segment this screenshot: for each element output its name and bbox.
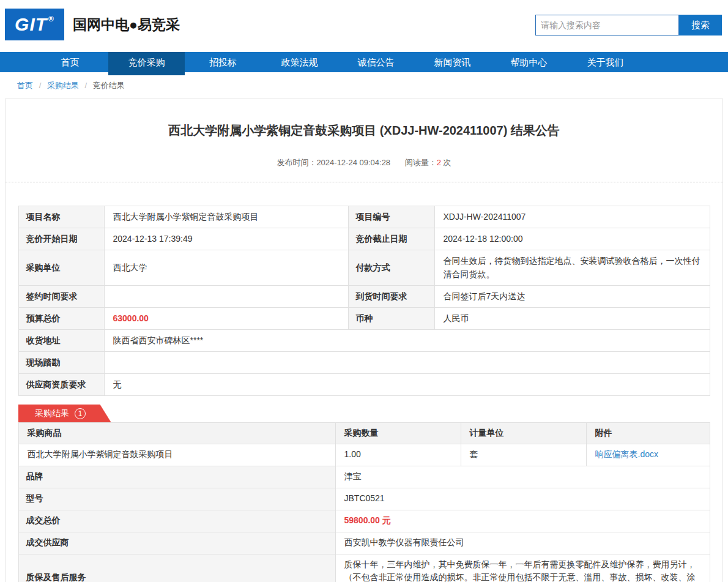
field-value: 人民币	[434, 308, 710, 330]
nav-item-bidding-procurement[interactable]: 竞价采购	[108, 52, 185, 75]
project-info-table: 项目名称 西北大学附属小学紫铜定音鼓采购项目 项目编号 XDJJ-HW-2024…	[18, 206, 710, 396]
table-row: 竞价开始日期 2024-12-13 17:39:49 竞价截止日期 2024-1…	[18, 228, 710, 250]
column-header: 附件	[586, 423, 710, 444]
field-value: 2024-12-13 17:39:49	[104, 228, 348, 250]
views-label: 阅读量：	[405, 158, 437, 167]
column-header: 计量单位	[461, 423, 586, 444]
search-button[interactable]: 搜索	[679, 15, 722, 35]
publish-time-label: 发布时间：	[277, 158, 316, 167]
table-row: 项目名称 西北大学附属小学紫铜定音鼓采购项目 项目编号 XDJJ-HW-2024…	[18, 206, 710, 228]
publish-info: 发布时间：2024-12-24 09:04:28 阅读量：2 次	[6, 157, 722, 168]
badge-number-icon: 1	[75, 408, 86, 419]
publish-time-value: 2024-12-24 09:04:28	[316, 158, 390, 167]
field-label: 收货地址	[18, 330, 104, 352]
attachment-link[interactable]: 响应偏离表.docx	[595, 449, 658, 459]
field-label: 竞价截止日期	[348, 228, 434, 250]
field-value: 陕西省西安市碑林区****	[104, 330, 710, 352]
field-value: 西安凯中教学仪器有限责任公司	[335, 532, 710, 554]
views-count: 2	[437, 158, 441, 167]
breadcrumb-separator: /	[39, 81, 42, 90]
result-badge: 采购结果 1	[18, 405, 111, 422]
field-label: 质保及售后服务	[18, 554, 335, 582]
attachment-cell: 响应偏离表.docx	[586, 444, 710, 466]
field-value: XDJJ-HW-202411007	[434, 206, 710, 228]
registered-mark-icon: ®	[48, 15, 54, 23]
field-label: 现场踏勘	[18, 352, 104, 374]
table-row: 采购单位 西北大学 付款方式 合同生效后，待货物到达指定地点、安装调试验收合格后…	[18, 250, 710, 286]
table-row: 预算总价 63000.00 币种 人民币	[18, 308, 710, 330]
breadcrumb: 首页 / 采购结果 / 竞价结果	[17, 80, 728, 91]
field-label: 型号	[18, 488, 335, 510]
table-row: 品牌 津宝	[18, 466, 710, 488]
search-input[interactable]	[535, 15, 679, 35]
field-label: 采购单位	[18, 250, 104, 286]
result-badge-row: 采购结果 1	[18, 405, 710, 422]
page-title: 西北大学附属小学紫铜定音鼓采购项目 (XDJJ-HW-202411007) 结果…	[6, 122, 722, 139]
table-row: 质保及售后服务 质保十年，三年内维护，其中免费质保一年，一年后有需更换零配件及维…	[18, 554, 710, 582]
main-nav: 首页 竞价采购 招投标 政策法规 诚信公告 新闻资讯 帮助中心 关于我们	[0, 52, 728, 72]
field-label: 签约时间要求	[18, 286, 104, 308]
brand: GIT® 国网中电●易竞采	[5, 9, 180, 40]
field-label: 付款方式	[348, 250, 434, 286]
breadcrumb-procurement-results[interactable]: 采购结果	[47, 81, 79, 90]
field-value: 质保十年，三年内维护，其中免费质保一年，一年后有需更换零配件及维护保养，费用另计…	[335, 554, 710, 582]
nav-item-tendering[interactable]: 招投标	[185, 52, 261, 72]
table-row: 现场踏勘	[18, 352, 710, 374]
nav-item-help-center[interactable]: 帮助中心	[491, 52, 567, 72]
field-value	[104, 286, 348, 308]
product-unit: 套	[461, 444, 586, 466]
views-unit: 次	[444, 158, 451, 167]
table-row: 签约时间要求 到货时间要求 合同签订后7天内送达	[18, 286, 710, 308]
field-value: 津宝	[335, 466, 710, 488]
breadcrumb-current: 竞价结果	[93, 81, 125, 90]
breadcrumb-home[interactable]: 首页	[17, 81, 33, 90]
field-label: 币种	[348, 308, 434, 330]
nav-item-home[interactable]: 首页	[32, 52, 108, 72]
table-row: 型号 JBTC0521	[18, 488, 710, 510]
field-value	[104, 352, 710, 374]
field-value: 西北大学附属小学紫铜定音鼓采购项目	[104, 206, 348, 228]
deal-total-value: 59800.00 元	[335, 510, 710, 532]
nav-item-news[interactable]: 新闻资讯	[414, 52, 491, 72]
field-label: 品牌	[18, 466, 335, 488]
field-value: 无	[104, 374, 710, 396]
top-header: GIT® 国网中电●易竞采 搜索	[0, 0, 728, 52]
table-row: 收货地址 陕西省西安市碑林区****	[18, 330, 710, 352]
breadcrumb-separator: /	[85, 81, 87, 90]
search-area: 搜索	[535, 15, 722, 35]
field-value: 西北大学	[104, 250, 348, 286]
field-value: 2024-12-18 12:00:00	[434, 228, 710, 250]
field-value: 合同生效后，待货物到达指定地点、安装调试验收合格后，一次性付清合同货款。	[434, 250, 710, 286]
field-label: 项目编号	[348, 206, 434, 228]
table-row: 供应商资质要求 无	[18, 374, 710, 396]
logo-text: GIT	[15, 14, 47, 35]
field-value: JBTC0521	[335, 488, 710, 510]
table-row: 成交供应商 西安凯中教学仪器有限责任公司	[18, 532, 710, 554]
table-row: 成交总价 59800.00 元	[18, 510, 710, 532]
field-label: 成交供应商	[18, 532, 335, 554]
site-name: 国网中电●易竞采	[73, 15, 180, 34]
result-table: 采购商品 采购数量 计量单位 附件 西北大学附属小学紫铜定音鼓采购项目 1.00…	[18, 422, 710, 582]
product-name: 西北大学附属小学紫铜定音鼓采购项目	[18, 444, 335, 466]
divider	[6, 182, 722, 182]
field-label: 到货时间要求	[348, 286, 434, 308]
column-header: 采购数量	[335, 423, 461, 444]
result-table-header: 采购商品 采购数量 计量单位 附件	[18, 423, 710, 444]
announcement-panel: 西北大学附属小学紫铜定音鼓采购项目 (XDJJ-HW-202411007) 结果…	[5, 99, 723, 582]
site-logo[interactable]: GIT®	[5, 9, 64, 40]
table-row: 西北大学附属小学紫铜定音鼓采购项目 1.00 套 响应偏离表.docx	[18, 444, 710, 466]
result-badge-label: 采购结果	[35, 408, 69, 419]
field-label: 竞价开始日期	[18, 228, 104, 250]
nav-item-policies[interactable]: 政策法规	[261, 52, 338, 72]
budget-total-value: 63000.00	[104, 308, 348, 330]
field-label: 成交总价	[18, 510, 335, 532]
nav-item-about-us[interactable]: 关于我们	[567, 52, 644, 72]
product-quantity: 1.00	[335, 444, 461, 466]
nav-item-integrity-notices[interactable]: 诚信公告	[338, 52, 414, 72]
field-label: 预算总价	[18, 308, 104, 330]
field-label: 项目名称	[18, 206, 104, 228]
field-value: 合同签订后7天内送达	[434, 286, 710, 308]
column-header: 采购商品	[18, 423, 335, 444]
field-label: 供应商资质要求	[18, 374, 104, 396]
